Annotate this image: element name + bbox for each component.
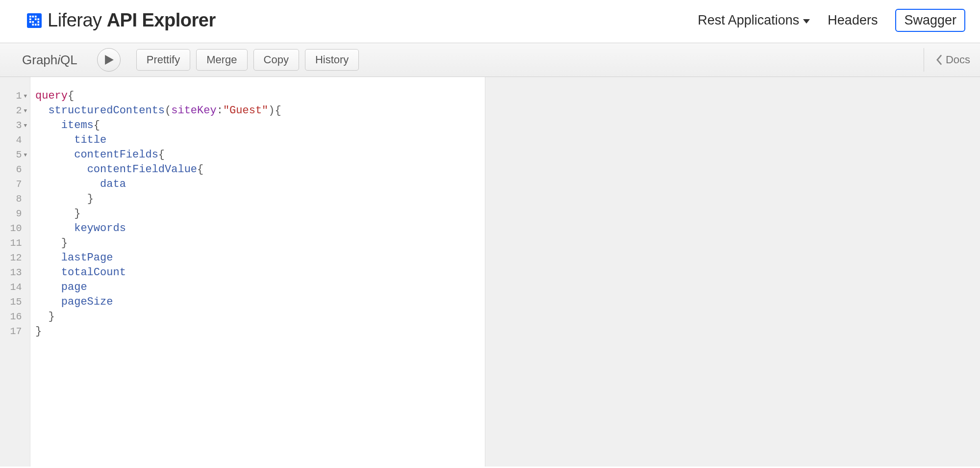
headers-link[interactable]: Headers [828,13,878,28]
svg-rect-10 [35,24,37,26]
app-header: Liferay API Explorer Rest Applications H… [0,0,980,43]
svg-rect-3 [29,18,31,20]
brand: Liferay API Explorer [27,10,216,31]
execute-button[interactable] [97,48,121,72]
headers-label: Headers [828,13,878,28]
line-number: 2▼ [0,104,30,118]
line-number: 12▼ [0,251,30,265]
copy-button[interactable]: Copy [253,49,299,71]
play-icon [105,55,114,65]
line-number: 3▼ [0,118,30,133]
docs-label: Docs [946,53,970,66]
liferay-logo-icon [27,13,42,28]
line-number: 7▼ [0,177,30,192]
line-number: 11▼ [0,236,30,251]
rest-applications-dropdown[interactable]: Rest Applications [698,13,810,28]
line-number: 8▼ [0,192,30,207]
toolbar-buttons: Prettify Merge Copy History [136,49,359,71]
prettify-button[interactable]: Prettify [136,49,190,71]
line-number: 1▼ [0,89,30,104]
fold-icon[interactable]: ▼ [24,148,27,162]
rest-applications-label: Rest Applications [698,13,799,28]
swagger-label: Swagger [904,13,956,27]
svg-rect-5 [37,18,39,20]
chevron-left-icon [936,54,943,65]
brand-suffix: API Explorer [107,10,216,30]
svg-rect-6 [29,21,31,23]
line-number: 15▼ [0,295,30,310]
docs-toggle[interactable]: Docs [924,48,970,72]
merge-button[interactable]: Merge [196,49,247,71]
line-number: 17▼ [0,324,30,339]
swagger-button[interactable]: Swagger [895,9,965,32]
history-button[interactable]: History [305,49,359,71]
svg-rect-8 [37,21,39,23]
line-number: 16▼ [0,310,30,324]
brand-title: Liferay API Explorer [48,10,216,31]
graphiql-toolbar: GraphiQL Prettify Merge Copy History Doc… [0,43,980,77]
header-nav: Rest Applications Headers Swagger [698,9,965,32]
line-number: 4▼ [0,133,30,148]
svg-rect-9 [32,24,34,26]
line-number: 6▼ [0,162,30,177]
line-number: 14▼ [0,280,30,295]
brand-prefix: Liferay [48,10,102,30]
svg-rect-7 [32,21,34,23]
svg-rect-2 [35,15,37,17]
caret-down-icon [803,19,810,24]
fold-icon[interactable]: ▼ [24,118,27,133]
line-number: 9▼ [0,207,30,221]
svg-rect-4 [35,18,37,20]
svg-rect-11 [37,24,39,26]
line-number: 10▼ [0,221,30,236]
svg-rect-1 [32,15,34,17]
graphiql-label: GraphiQL [22,52,77,68]
line-number: 13▼ [0,265,30,280]
fold-icon[interactable]: ▼ [24,89,27,104]
query-editor[interactable]: query{ structuredContents(siteKey:"Guest… [30,77,485,467]
results-pane [485,77,980,467]
line-number: 5▼ [0,148,30,162]
line-gutter: 1▼ 2▼ 3▼ 4▼ 5▼ 6▼ 7▼ 8▼ 9▼ 10▼ 11▼ 12▼ 1… [0,77,30,467]
main-area: 1▼ 2▼ 3▼ 4▼ 5▼ 6▼ 7▼ 8▼ 9▼ 10▼ 11▼ 12▼ 1… [0,77,980,467]
fold-icon[interactable]: ▼ [24,104,27,118]
svg-rect-0 [29,15,31,17]
